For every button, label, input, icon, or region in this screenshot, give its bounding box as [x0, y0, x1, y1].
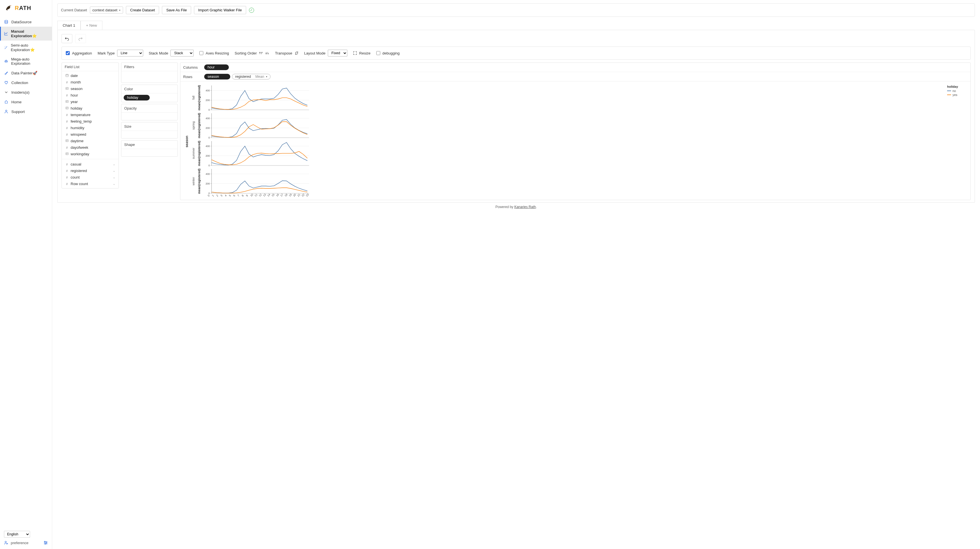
field-season[interactable]: season	[62, 85, 119, 92]
tab-chart-1[interactable]: Chart 1	[57, 21, 81, 30]
sort-asc-icon[interactable]	[259, 51, 263, 55]
opacity-drop[interactable]	[121, 113, 178, 120]
legend: holiday no yes	[947, 84, 967, 199]
logo: RATH	[0, 0, 52, 16]
line-chart-icon	[4, 32, 8, 36]
shape-drop[interactable]	[121, 149, 178, 156]
chevron-down-icon: ⌄	[113, 182, 115, 185]
debugging-toggle[interactable]: debugging	[376, 51, 400, 55]
color-drop[interactable]: holiday	[121, 93, 178, 102]
tabs: Chart 1 + New	[57, 21, 975, 30]
field-workingday[interactable]: workingday	[62, 151, 119, 157]
field-temperature[interactable]: #temperature	[62, 112, 119, 118]
svg-point-8	[45, 541, 45, 542]
y-axis-label: mean(registered)	[197, 168, 201, 195]
sidebar-item-home[interactable]: Home	[0, 97, 52, 107]
stack-mode-select[interactable]: Stack	[170, 49, 194, 56]
tab-new[interactable]: + New	[81, 21, 102, 30]
columns-shelf[interactable]: hour	[204, 64, 229, 70]
field-row-count[interactable]: #Row count⌄	[62, 180, 119, 187]
svg-text:200: 200	[205, 155, 210, 157]
sidebar-item-mega-auto-exploration[interactable]: Mega-auto Exploration	[0, 54, 52, 68]
debugging-checkbox[interactable]	[376, 51, 380, 55]
sidebar-item-data-painter[interactable]: Data Painter🚀	[0, 68, 52, 78]
sidebar-item-label: Support	[11, 110, 25, 114]
x-axis-ticks: 01234567891011121314151617181920212223	[192, 195, 309, 198]
chevron-down-icon: ⌄	[113, 176, 115, 179]
sidebar-item-label: Data Painter🚀	[11, 71, 37, 75]
size-drop[interactable]	[121, 131, 178, 138]
svg-rect-15	[65, 140, 68, 142]
field-holiday[interactable]: holiday	[62, 105, 119, 112]
chevron-down-icon: ▾	[119, 9, 121, 12]
create-dataset-button[interactable]: Create Dataset	[126, 6, 159, 14]
current-dataset-select[interactable]: context dataset▾	[90, 6, 123, 14]
field-registered[interactable]: #registered⌄	[62, 168, 119, 174]
columns-pill-hour[interactable]: hour	[204, 64, 229, 70]
field-label: dayofweek	[71, 145, 88, 150]
field-humidity[interactable]: #humidity	[62, 124, 119, 131]
axes-resizing-checkbox[interactable]	[199, 51, 203, 55]
svg-point-6	[5, 541, 6, 543]
workarea: Aggregation Mark TypeLine Stack ModeStac…	[57, 30, 975, 203]
filters-drop[interactable]	[121, 71, 178, 83]
aggregation-toggle[interactable]: Aggregation	[66, 51, 92, 55]
svg-rect-13	[65, 101, 68, 102]
import-walker-button[interactable]: Import Graphic Walker File	[194, 6, 246, 14]
layout-mode-select[interactable]: Fixed	[328, 49, 347, 56]
sidebar-item-collection[interactable]: Collection	[0, 78, 52, 88]
heart-icon	[4, 80, 8, 85]
wand-icon	[4, 45, 8, 50]
rows-pill-season[interactable]: season	[204, 74, 230, 80]
database-icon	[4, 19, 8, 24]
y-axis-label: mean(registered)	[197, 140, 201, 167]
field-dayofweek[interactable]: #dayofweek	[62, 144, 119, 151]
footer-link[interactable]: Kanaries Rath	[514, 205, 536, 209]
chevron-down-icon: ⌄	[113, 163, 115, 166]
language-select[interactable]: English	[4, 531, 30, 538]
color-pill[interactable]: holiday	[124, 95, 150, 101]
field-feeling_temp[interactable]: #feeling_temp	[62, 118, 119, 124]
svg-point-5	[6, 110, 7, 112]
opacity-header: Opacity	[121, 104, 178, 113]
field-year[interactable]: year	[62, 99, 119, 105]
sidebar-item-semi-auto-exploration[interactable]: Semi-auto Exploration⭐	[0, 41, 52, 54]
y-axis-label: mean(registered)	[197, 84, 201, 111]
legend-item-yes: yes	[947, 93, 967, 97]
svg-point-3	[5, 61, 6, 62]
columns-shelf-label: Columns	[183, 65, 200, 70]
rows-pill-registered[interactable]: registered Mean▾	[232, 74, 270, 80]
field-label: temperature	[71, 113, 91, 117]
stack-mode-label: Stack Mode	[149, 51, 169, 55]
field-month[interactable]: #month	[62, 79, 119, 85]
undo-button[interactable]	[62, 34, 72, 43]
svg-point-7	[7, 543, 8, 544]
color-header: Color	[121, 85, 178, 93]
svg-rect-11	[65, 74, 68, 77]
sidebar-item-manual-exploration[interactable]: Manual Exploration⭐	[0, 27, 52, 41]
sidebar-item-datasource[interactable]: DataSource	[0, 17, 52, 27]
rows-shelf[interactable]: season registered Mean▾	[204, 74, 270, 80]
chart-toolbar: Aggregation Mark TypeLine Stack ModeStac…	[62, 46, 970, 60]
field-label: hour	[71, 93, 78, 97]
resize-button[interactable]: Resize	[353, 51, 371, 55]
save-as-file-button[interactable]: Save As File	[162, 6, 191, 14]
redo-button[interactable]	[75, 34, 86, 43]
sidebar-item-support[interactable]: Support	[0, 107, 52, 117]
field-date[interactable]: date	[62, 72, 119, 79]
axes-resizing-toggle[interactable]: Axes Resizing	[199, 51, 229, 55]
transpose-button[interactable]: Transpose	[275, 51, 299, 55]
sort-desc-icon[interactable]	[266, 51, 269, 55]
sidebar-item-label: Home	[11, 100, 22, 104]
mark-type-select[interactable]: Line	[117, 49, 143, 56]
field-label: workingday	[71, 152, 89, 156]
field-daytime[interactable]: daytime	[62, 138, 119, 144]
field-winspeed[interactable]: #winspeed	[62, 131, 119, 138]
aggregation-checkbox[interactable]	[66, 51, 70, 55]
sliders-icon[interactable]	[43, 541, 48, 545]
field-count[interactable]: #count⌄	[62, 174, 119, 180]
sidebar-item-insiders[interactable]: Insiders(α)	[0, 88, 52, 97]
field-hour[interactable]: #hour	[62, 92, 119, 99]
preference-link[interactable]: preference	[4, 541, 48, 545]
field-casual[interactable]: #casual⌄	[62, 161, 119, 168]
